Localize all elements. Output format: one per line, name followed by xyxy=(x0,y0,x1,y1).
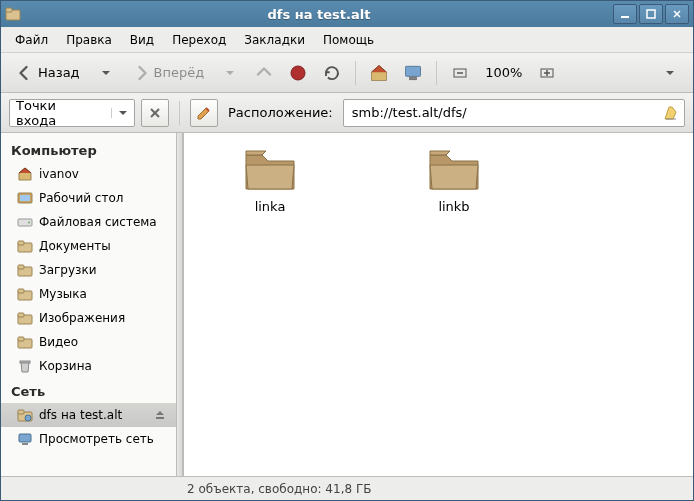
edit-path-button[interactable] xyxy=(190,99,218,127)
close-button[interactable] xyxy=(665,4,689,24)
svg-rect-2 xyxy=(621,16,629,18)
sidebar-header-network: Сеть xyxy=(1,378,176,403)
svg-rect-34 xyxy=(156,417,164,419)
places-combo[interactable]: Точки входа xyxy=(9,99,135,127)
folder-icon xyxy=(17,238,33,254)
sidebar-item[interactable]: Просмотреть сеть xyxy=(1,427,176,451)
back-label: Назад xyxy=(38,65,80,80)
menu-go[interactable]: Переход xyxy=(164,29,234,51)
location-input[interactable] xyxy=(348,105,662,120)
clear-location-icon[interactable] xyxy=(662,104,680,122)
file-label: linkb xyxy=(438,199,469,214)
chevron-down-icon xyxy=(665,68,675,78)
arrow-up-icon xyxy=(255,64,273,82)
window-controls xyxy=(613,4,689,24)
sidebar-item-label: Загрузки xyxy=(39,263,166,277)
sidebar-item[interactable]: Файловая система xyxy=(1,210,176,234)
svg-rect-17 xyxy=(20,195,30,201)
forward-dropdown xyxy=(215,58,245,88)
sidebar-item[interactable]: Рабочий стол xyxy=(1,186,176,210)
sidebar-header-computer: Компьютер xyxy=(1,137,176,162)
chevron-down-icon xyxy=(101,68,111,78)
eject-icon[interactable] xyxy=(154,409,166,421)
plus-icon xyxy=(539,65,555,81)
status-text: 2 объекта, свободно: 41,8 ГБ xyxy=(187,482,371,496)
maximize-button[interactable] xyxy=(639,4,663,24)
netbrowse-icon xyxy=(17,431,33,447)
computer-button[interactable] xyxy=(398,58,428,88)
minus-icon xyxy=(452,65,468,81)
svg-rect-35 xyxy=(19,434,31,442)
file-item[interactable]: linka xyxy=(228,145,312,214)
chevron-down-icon xyxy=(111,108,128,118)
sidebar-item[interactable]: dfs на test.alt xyxy=(1,403,176,427)
home-button[interactable] xyxy=(364,58,394,88)
svg-rect-27 xyxy=(18,313,24,317)
zoom-out-button[interactable] xyxy=(445,58,475,88)
back-button[interactable]: Назад xyxy=(9,58,87,88)
sidebar-item[interactable]: Видео xyxy=(1,330,176,354)
menu-bookmarks[interactable]: Закладки xyxy=(236,29,313,51)
arrow-left-icon xyxy=(16,64,34,82)
sidebar-item[interactable]: Изображения xyxy=(1,306,176,330)
sidebar-item[interactable]: Музыка xyxy=(1,282,176,306)
window-title: dfs на test.alt xyxy=(25,7,613,22)
menu-edit[interactable]: Правка xyxy=(58,29,120,51)
sidebar-item-label: dfs на test.alt xyxy=(39,408,148,422)
sidebar-item-label: Корзина xyxy=(39,359,166,373)
menu-file[interactable]: Файл xyxy=(7,29,56,51)
zoom-level: 100% xyxy=(479,65,528,80)
file-item[interactable]: linkb xyxy=(412,145,496,214)
reload-button[interactable] xyxy=(317,58,347,88)
netfolder-icon xyxy=(17,407,33,423)
file-label: linka xyxy=(255,199,286,214)
sidebar-item[interactable]: Корзина xyxy=(1,354,176,378)
trash-icon xyxy=(17,358,33,374)
chevron-down-icon xyxy=(225,68,235,78)
sidebar-item[interactable]: ivanov xyxy=(1,162,176,186)
overflow-button[interactable] xyxy=(655,58,685,88)
sidebar-item-label: Музыка xyxy=(39,287,166,301)
folder-icon xyxy=(242,145,298,193)
svg-rect-29 xyxy=(18,337,24,341)
up-button xyxy=(249,58,279,88)
drive-icon xyxy=(17,214,33,230)
close-places-button[interactable] xyxy=(141,99,169,127)
folder-icon xyxy=(17,334,33,350)
minimize-button[interactable] xyxy=(613,4,637,24)
menubar: Файл Правка Вид Переход Закладки Помощь xyxy=(1,27,693,53)
zoom-in-button[interactable] xyxy=(532,58,562,88)
sidebar-item-label: Изображения xyxy=(39,311,166,325)
home-icon xyxy=(369,63,389,83)
folder-icon xyxy=(17,286,33,302)
back-dropdown[interactable] xyxy=(91,58,121,88)
svg-point-6 xyxy=(291,66,305,80)
forward-button: Вперёд xyxy=(125,58,212,88)
sidebar-item-label: Просмотреть сеть xyxy=(39,432,166,446)
menu-help[interactable]: Помощь xyxy=(315,29,382,51)
computer-icon xyxy=(403,63,423,83)
svg-rect-30 xyxy=(20,361,30,363)
stop-icon xyxy=(289,64,307,82)
desktop-icon xyxy=(17,190,33,206)
folder-icon xyxy=(426,145,482,193)
file-view[interactable]: linkalinkb xyxy=(183,133,693,476)
sidebar-item-label: Видео xyxy=(39,335,166,349)
svg-rect-3 xyxy=(647,10,655,18)
sidebar-item[interactable]: Документы xyxy=(1,234,176,258)
location-label: Расположение: xyxy=(224,105,337,120)
close-icon xyxy=(149,107,161,119)
location-bar: Точки входа Расположение: xyxy=(1,93,693,133)
toolbar-separator xyxy=(355,61,356,85)
body: Компьютер ivanovРабочий столФайловая сис… xyxy=(1,133,693,476)
stop-button[interactable] xyxy=(283,58,313,88)
menu-view[interactable]: Вид xyxy=(122,29,162,51)
statusbar: 2 объекта, свободно: 41,8 ГБ xyxy=(1,476,693,500)
sidebar-item-label: ivanov xyxy=(39,167,166,181)
folder-icon xyxy=(17,310,33,326)
forward-label: Вперёд xyxy=(154,65,205,80)
sidebar-item-label: Документы xyxy=(39,239,166,253)
svg-rect-36 xyxy=(22,443,28,445)
sidebar-item[interactable]: Загрузки xyxy=(1,258,176,282)
app-icon xyxy=(5,6,21,22)
